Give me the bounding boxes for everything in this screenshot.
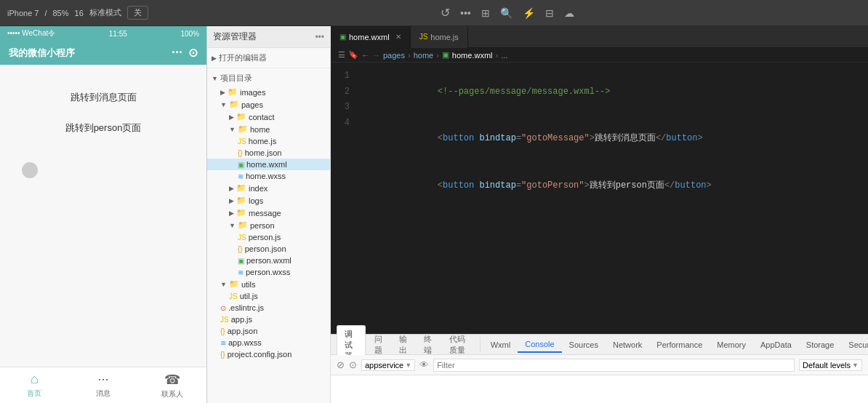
file-manager-panel: 资源管理器 ••• ▶ 打开的编辑器 ▼ 项目目录 ▶ 📁 <box>207 26 331 403</box>
folder-person-label: person <box>250 221 275 230</box>
eye-icon[interactable]: 👁 <box>419 359 429 370</box>
file-home-wxml[interactable]: ▣ home.wxml <box>207 159 330 170</box>
folder-images[interactable]: ▶ 📁 images <box>207 86 330 98</box>
debug-icon[interactable]: ⚡ <box>523 7 535 19</box>
console-content <box>331 375 868 403</box>
file-person-wxml[interactable]: ▣ person.wxml <box>207 255 330 266</box>
file-home-js[interactable]: JS home.js <box>207 135 330 147</box>
file-app-wxss[interactable]: ≋ app.wxss <box>207 337 330 348</box>
goto-person-button[interactable]: 跳转到person页面 <box>11 116 196 140</box>
breadcrumb-sep2: › <box>436 51 439 60</box>
file-person-js[interactable]: JS person.js <box>207 231 330 243</box>
file-person-wxss[interactable]: ≋ person.wxss <box>207 266 330 278</box>
devtools-panel: 调试器 问题 输出 终端 代码质量 Wxml Console Sources N… <box>331 334 868 403</box>
folder-person-arrow: ▼ <box>229 222 236 229</box>
service-selector[interactable]: appservice ▼ <box>361 359 415 371</box>
more-icon[interactable]: ••• <box>460 7 471 19</box>
devtools-block-icon[interactable]: ⊘ <box>337 359 345 370</box>
tab-code-quality[interactable]: 代码质量 <box>442 331 474 359</box>
tab-terminal[interactable]: 终端 <box>417 331 440 359</box>
file-home-json[interactable]: {} home.json <box>207 147 330 159</box>
devtab-network[interactable]: Network <box>606 338 649 352</box>
breadcrumb-home[interactable]: home <box>414 51 434 60</box>
folder-contact[interactable]: ▶ 📁 contact <box>207 111 330 123</box>
devtab-memory[interactable]: Memory <box>710 338 753 352</box>
file-eslintrc[interactable]: ⊙ .eslintrc.js <box>207 302 330 314</box>
wxml-tab-label: home.wxml <box>349 33 390 41</box>
project-files-header[interactable]: ▼ 项目目录 <box>207 71 330 86</box>
folder-images-icon: 📁 <box>228 87 238 97</box>
line-num-4: 4 <box>331 116 357 132</box>
file-home-wxss[interactable]: ≋ home.wxss <box>207 170 330 182</box>
service-selector-label: appservice <box>365 361 403 370</box>
file-home-wxml-label: home.wxml <box>246 160 287 169</box>
file-util-js-label: util.js <box>240 292 258 300</box>
file-project-config[interactable]: {} project.config.json <box>207 348 330 360</box>
file-app-wxss-label: app.wxss <box>228 338 262 347</box>
search-icon[interactable]: 🔍 <box>500 7 513 19</box>
filter-input[interactable] <box>433 359 795 372</box>
upload-icon[interactable]: ☁ <box>564 7 574 19</box>
tab-output[interactable]: 输出 <box>392 331 415 359</box>
breadcrumb-bookmark-icon[interactable]: 🔖 <box>348 50 358 60</box>
breadcrumb-sep1: › <box>408 51 411 60</box>
folder-utils-label: utils <box>241 280 256 289</box>
refresh-icon[interactable]: ↺ <box>441 6 450 20</box>
phone-camera-icon[interactable]: ⊙ <box>188 46 198 60</box>
wxml-tab-close-icon[interactable]: ✕ <box>395 33 401 41</box>
devtab-storage[interactable]: Storage <box>799 338 842 352</box>
nav-messages[interactable]: ··· 消息 <box>69 367 138 403</box>
folder-index-label: index <box>249 184 268 193</box>
devtab-console[interactable]: Console <box>518 337 561 353</box>
breadcrumb-back-icon[interactable]: ← <box>361 51 369 60</box>
home-nav-icon: ⌂ <box>31 372 39 387</box>
folder-index[interactable]: ▶ 📁 index <box>207 182 330 194</box>
phone-menu-icon[interactable]: ··· <box>172 45 182 60</box>
file-manager-title: 资源管理器 <box>213 31 257 43</box>
editor-panel: ▣ home.wxml ✕ JS home.js ☰ 🔖 ← → pages <box>331 26 868 334</box>
project-files-label: 项目目录 <box>220 73 252 84</box>
tab-problems[interactable]: 问题 <box>367 331 390 359</box>
file-manager-more-icon[interactable]: ••• <box>315 32 324 42</box>
log-levels-selector[interactable]: Default levels ▼ <box>799 359 862 371</box>
layout-icon[interactable]: ⊟ <box>545 7 554 19</box>
nav-contacts[interactable]: ☎ 联系人 <box>137 367 206 403</box>
file-app-js-label: app.js <box>231 315 252 324</box>
breadcrumb-forward-icon[interactable]: → <box>372 51 380 60</box>
devtab-sources[interactable]: Sources <box>562 338 606 352</box>
file-home-json-icon: {} <box>238 149 243 157</box>
folder-logs[interactable]: ▶ 📁 logs <box>207 194 330 207</box>
file-app-js[interactable]: JS app.js <box>207 314 330 325</box>
service-selector-arrow: ▼ <box>405 362 411 369</box>
editor-tab-home-js[interactable]: JS home.js <box>411 26 468 48</box>
code-line-1: <!--pages/message/message.wxml--> <box>364 68 861 116</box>
line-num-1: 1 <box>331 68 357 84</box>
breadcrumb-pages[interactable]: pages <box>383 51 405 60</box>
devtools-pause-icon[interactable]: ⊙ <box>349 359 357 370</box>
folder-message[interactable]: ▶ 📁 message <box>207 207 330 219</box>
goto-message-button[interactable]: 跳转到消息页面 <box>11 85 196 110</box>
folder-person[interactable]: ▼ 📁 person <box>207 219 330 231</box>
file-person-json[interactable]: {} person.json <box>207 243 330 255</box>
folder-person-icon: 📁 <box>238 220 248 230</box>
folder-home[interactable]: ▼ 📁 home <box>207 123 330 135</box>
devtab-performance[interactable]: Performance <box>649 338 710 352</box>
file-app-wxss-icon: ≋ <box>220 339 226 347</box>
file-eslintrc-icon: ⊙ <box>220 304 226 312</box>
folder-pages[interactable]: ▼ 📁 pages <box>207 98 330 111</box>
devtab-wxml[interactable]: Wxml <box>483 338 518 352</box>
file-app-json[interactable]: {} app.json <box>207 325 330 337</box>
folder-contact-arrow: ▶ <box>229 113 234 121</box>
devtab-appdata[interactable]: AppData <box>753 338 799 352</box>
folder-utils[interactable]: ▼ 📁 utils <box>207 278 330 290</box>
mode-toggle-button[interactable]: 关 <box>127 6 148 20</box>
folder-pages-label: pages <box>241 100 263 109</box>
breadcrumb-menu-icon[interactable]: ☰ <box>338 50 345 60</box>
nav-home[interactable]: ⌂ 首页 <box>0 367 69 403</box>
compile-icon[interactable]: ⊞ <box>481 7 490 19</box>
editor-tab-home-wxml[interactable]: ▣ home.wxml ✕ <box>331 26 411 48</box>
editor-breadcrumb: ☰ 🔖 ← → pages › home › ▣ home.wxml › ... <box>331 48 868 63</box>
file-util-js[interactable]: JS util.js <box>207 290 330 302</box>
open-editors-header[interactable]: ▶ 打开的编辑器 <box>207 50 330 65</box>
devtab-security[interactable]: Security <box>841 338 868 352</box>
